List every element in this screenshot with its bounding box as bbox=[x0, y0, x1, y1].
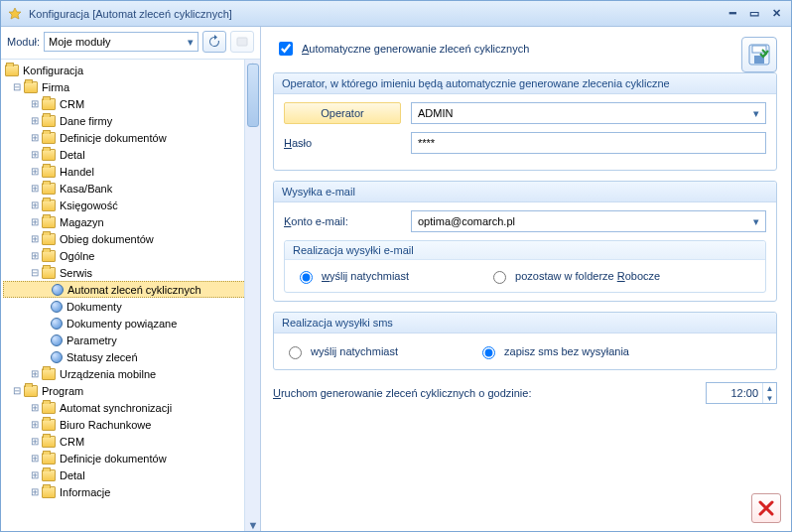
autogen-checkbox[interactable] bbox=[279, 42, 293, 56]
operator-combo[interactable]: ADMIN ▾ bbox=[411, 102, 766, 124]
folder-icon bbox=[42, 402, 56, 414]
email-radio-drafts[interactable]: pozostaw w folderze Robocze bbox=[488, 268, 660, 284]
window-title: Konfiguracja [Automat zleceń cyklicznych… bbox=[29, 8, 720, 20]
tree-node[interactable]: ⊞Informacje bbox=[3, 483, 260, 500]
expand-icon[interactable]: ⊞ bbox=[29, 469, 40, 480]
collapse-icon[interactable]: ⊟ bbox=[11, 385, 22, 396]
expand-icon[interactable]: ⊞ bbox=[29, 200, 40, 210]
module-select-value: Moje moduły bbox=[49, 36, 110, 48]
run-time-spinner[interactable]: 12:00 ▲ ▼ bbox=[706, 382, 777, 404]
maximize-button[interactable]: ▭ bbox=[745, 6, 763, 22]
tree-node[interactable]: ⊞Kasa/Bank bbox=[3, 180, 260, 197]
spinner-up-icon[interactable]: ▲ bbox=[763, 383, 776, 393]
tree-node[interactable]: ⊞Definicje dokumentów bbox=[3, 450, 260, 466]
tree-node[interactable]: Dokumenty bbox=[3, 298, 260, 315]
tree-label: Informacje bbox=[60, 486, 110, 498]
tree-node[interactable]: ⊞Detal bbox=[3, 466, 260, 483]
tree-label: Program bbox=[42, 385, 83, 397]
folder-icon bbox=[42, 132, 56, 144]
operator-legend: Operator, w którego imieniu będą automat… bbox=[274, 73, 776, 94]
email-delivery-subgroup: Realizacja wysyłki e-mail wyślij natychm… bbox=[284, 240, 766, 293]
folder-icon bbox=[24, 81, 38, 93]
tree-node-serwis[interactable]: ⊟Serwis bbox=[3, 264, 260, 281]
tree-node[interactable]: ⊞Magazyn bbox=[3, 213, 260, 230]
expand-icon[interactable]: ⊞ bbox=[29, 233, 40, 244]
tree-node[interactable]: ⊞Detal bbox=[3, 146, 260, 163]
collapse-icon[interactable]: ⊟ bbox=[11, 81, 22, 92]
tree-node[interactable]: ⊞Definicje dokumentów bbox=[3, 129, 260, 146]
module-extra-button bbox=[230, 31, 254, 53]
tree-node-program[interactable]: ⊟Program bbox=[3, 382, 260, 399]
email-radio-send-now[interactable]: wyślij natychmiast bbox=[295, 268, 409, 284]
expand-icon[interactable]: ⊞ bbox=[29, 486, 40, 497]
scroll-down-icon[interactable]: ▼ bbox=[247, 519, 259, 531]
folder-icon bbox=[42, 98, 56, 110]
folder-icon bbox=[42, 267, 56, 279]
expand-icon[interactable]: ⊞ bbox=[29, 250, 40, 261]
email-account-label: Konto e-mail: bbox=[284, 215, 401, 227]
tree-label: Księgowość bbox=[60, 200, 118, 211]
tree-node[interactable]: ⊞Księgowość bbox=[3, 197, 260, 213]
folder-icon bbox=[42, 368, 56, 380]
sidebar: Moduł: Moje moduły ▾ bbox=[1, 27, 261, 531]
expand-icon[interactable]: ⊞ bbox=[29, 216, 40, 227]
operator-value: ADMIN bbox=[418, 107, 453, 119]
tree-node[interactable]: ⊞Automat synchronizacji bbox=[3, 399, 260, 416]
password-label: Hasło bbox=[284, 137, 401, 149]
folder-icon bbox=[42, 216, 56, 228]
tree-label: CRM bbox=[60, 98, 84, 110]
sms-opt2-label: zapisz sms bez wysyłania bbox=[504, 345, 629, 357]
tree-node[interactable]: ⊞Dane firmy bbox=[3, 112, 260, 129]
expand-icon[interactable]: ⊞ bbox=[29, 183, 40, 194]
folder-icon bbox=[42, 436, 56, 448]
close-window-button[interactable]: ✕ bbox=[767, 6, 785, 22]
expand-icon[interactable]: ⊞ bbox=[29, 368, 40, 379]
minimize-button[interactable]: ━ bbox=[724, 6, 741, 22]
window-body: Moduł: Moje moduły ▾ bbox=[1, 27, 791, 531]
tree-node[interactable]: Dokumenty powiązane bbox=[3, 315, 260, 332]
tree-node[interactable]: ⊞Obieg dokumentów bbox=[3, 230, 260, 247]
tree-node[interactable]: ⊞Biuro Rachunkowe bbox=[3, 416, 260, 433]
config-tree[interactable]: Konfiguracja ⊟ Firma bbox=[1, 60, 260, 531]
tree-node[interactable]: ⊞Handel bbox=[3, 163, 260, 180]
sms-legend: Realizacja wysyłki sms bbox=[274, 313, 776, 333]
tree-node[interactable]: ⊞Urządzenia mobilne bbox=[3, 365, 260, 382]
password-field[interactable]: **** bbox=[411, 132, 766, 154]
expand-icon[interactable]: ⊞ bbox=[29, 132, 40, 143]
tree-node-firma[interactable]: ⊟ Firma bbox=[3, 78, 260, 95]
globe-icon bbox=[51, 351, 63, 363]
titlebar: Konfiguracja [Automat zleceń cyklicznych… bbox=[1, 1, 791, 27]
cancel-button[interactable] bbox=[751, 493, 781, 523]
expand-icon[interactable]: ⊞ bbox=[29, 436, 40, 447]
expand-icon[interactable]: ⊞ bbox=[29, 149, 40, 160]
tree-node[interactable]: Parametry bbox=[3, 332, 260, 348]
email-account-combo[interactable]: optima@comarch.pl ▾ bbox=[411, 210, 766, 232]
sms-radio-save[interactable]: zapisz sms bez wysyłania bbox=[477, 343, 629, 359]
tree-node[interactable]: ⊞CRM bbox=[3, 433, 260, 450]
expand-icon[interactable]: ⊞ bbox=[29, 98, 40, 109]
expand-icon[interactable]: ⊞ bbox=[29, 453, 40, 464]
folder-icon bbox=[42, 166, 56, 178]
expand-icon[interactable]: ⊞ bbox=[29, 419, 40, 430]
operator-button[interactable]: Operator bbox=[284, 102, 401, 124]
tree-node-automat-zlecen[interactable]: Automat zleceń cyklicznych bbox=[3, 281, 260, 298]
tree-label: Automat zleceń cyklicznych bbox=[67, 284, 201, 296]
tree-node[interactable]: ⊞Ogólne bbox=[3, 247, 260, 264]
spinner-down-icon[interactable]: ▼ bbox=[763, 393, 776, 403]
expand-icon[interactable]: ⊞ bbox=[29, 402, 40, 413]
tree-scrollbar[interactable]: ▲ ▼ bbox=[244, 60, 260, 531]
expand-icon[interactable]: ⊞ bbox=[29, 115, 40, 126]
tree-label: Definicje dokumentów bbox=[60, 453, 167, 465]
tree-label: Definicje dokumentów bbox=[60, 132, 167, 144]
autogen-checkbox-row[interactable]: AAutomatyczne generowanie zleceń cyklicz… bbox=[273, 37, 733, 66]
tree-node[interactable]: Statusy zleceń bbox=[3, 348, 260, 365]
sms-radio-send-now[interactable]: wyślij natychmiast bbox=[284, 343, 398, 359]
collapse-icon[interactable]: ⊟ bbox=[29, 267, 40, 278]
module-select[interactable]: Moje moduły ▾ bbox=[44, 32, 198, 52]
tree-node-konfiguracja[interactable]: Konfiguracja bbox=[3, 62, 260, 78]
refresh-module-button[interactable] bbox=[202, 31, 226, 53]
save-button[interactable] bbox=[741, 37, 777, 72]
tree-node[interactable]: ⊞CRM bbox=[3, 95, 260, 112]
scroll-thumb[interactable] bbox=[247, 64, 259, 127]
expand-icon[interactable]: ⊞ bbox=[29, 166, 40, 177]
